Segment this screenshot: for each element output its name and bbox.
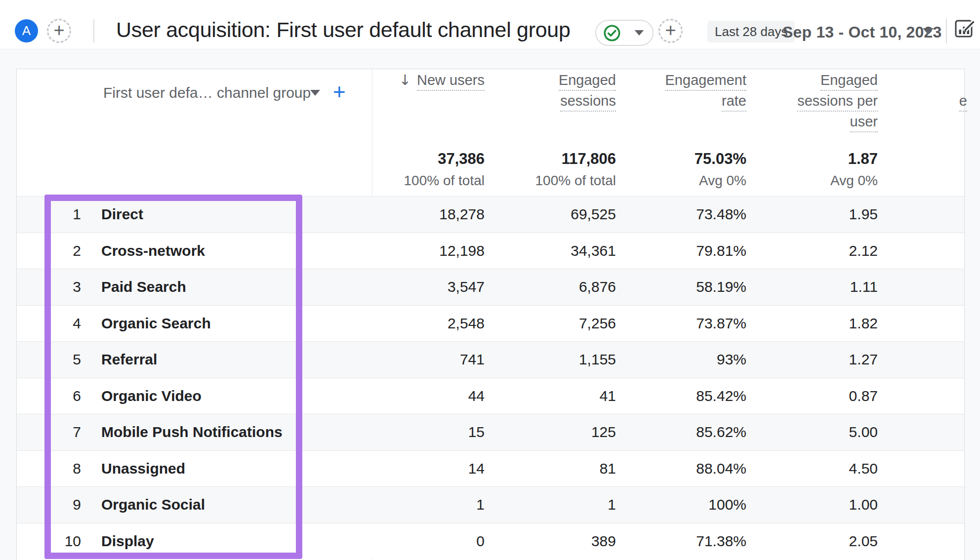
metric-value: 1 [608, 487, 616, 523]
metric-value: 0 [476, 523, 485, 560]
table-row: 6Organic Video444185.42%0.87 [17, 378, 964, 414]
date-range-badge: Last 28 days [707, 21, 795, 42]
metric-value: 81 [600, 451, 616, 487]
channel-name: Display [101, 523, 154, 560]
metric-value: 58.19% [696, 269, 746, 305]
sort-descending-icon: ↓ [399, 72, 411, 88]
channel-name: Organic Search [101, 306, 211, 342]
add-comparison-button[interactable]: + [47, 19, 71, 43]
row-index: 3 [51, 269, 81, 305]
metric-value: 7,256 [579, 306, 616, 342]
plus-icon: + [665, 21, 676, 40]
table-row: 3Paid Search3,5476,87658.19%1.11 [17, 269, 964, 305]
check-circle-icon [603, 24, 621, 42]
metric-header-label: Engaged [820, 72, 878, 91]
row-index: 9 [51, 487, 81, 523]
metric-value: 389 [591, 523, 616, 560]
row-index: 10 [51, 523, 81, 560]
avatar-letter: A [22, 23, 31, 39]
customize-report-icon[interactable] [953, 16, 976, 39]
metric-value: 34,361 [571, 233, 616, 269]
date-range-value[interactable]: Sep 13 - Oct 10, 2023 [782, 23, 942, 41]
metric-value: 0.87 [849, 378, 878, 414]
metric-value: 85.42% [696, 378, 746, 414]
metric-value: 85.62% [696, 414, 746, 450]
metric-value: 100% [708, 487, 746, 523]
metric-value: 125 [591, 414, 616, 450]
metric-header-label: Engaged [559, 72, 616, 91]
metric-value: 1.95 [849, 197, 878, 233]
metric-column-header[interactable]: ↓New users [399, 72, 485, 93]
metric-column-header[interactable]: Engagedsessions [559, 72, 616, 114]
add-metric-button[interactable]: + [333, 81, 346, 103]
metric-value: 3,547 [448, 269, 485, 305]
table-body: 1Direct18,27869,52573.48%1.952Cross-netw… [17, 196, 964, 559]
metric-value: 1.82 [849, 306, 878, 342]
chevron-down-icon [635, 30, 644, 36]
total-value: 37,386 [438, 150, 485, 168]
metric-value: 6,876 [579, 269, 616, 305]
row-index: 8 [51, 451, 81, 487]
data-quality-pill[interactable] [595, 20, 653, 46]
account-avatar[interactable]: A [15, 19, 38, 42]
metric-value: 2.05 [849, 523, 878, 560]
row-index: 5 [51, 342, 81, 378]
add-segment-button[interactable]: + [658, 19, 683, 43]
metric-column-header[interactable]: Engagedsessions peruser [797, 72, 878, 134]
total-value: 117,806 [562, 150, 616, 168]
metric-value: 2,548 [448, 306, 485, 342]
channel-name: Paid Search [101, 269, 186, 305]
metric-value: 741 [460, 342, 485, 378]
total-sub-label: 100% of total [535, 173, 616, 189]
date-chevron-down-icon[interactable] [923, 28, 934, 35]
channel-name: Direct [101, 197, 143, 233]
metric-value: 1.27 [849, 342, 878, 378]
metric-value: 73.48% [696, 197, 746, 233]
metric-header-label: sessions per [797, 93, 878, 112]
metric-value: 4.50 [849, 451, 878, 487]
metric-value: 18,278 [439, 197, 485, 233]
dimension-chevron-down-icon[interactable] [310, 90, 320, 96]
metric-value: 2.12 [849, 233, 878, 269]
metric-value: 1.11 [850, 269, 878, 305]
metric-value: 12,198 [439, 233, 485, 269]
table-row: 8Unassigned148188.04%4.50 [17, 450, 964, 487]
header-divider [93, 19, 94, 42]
table-row: 1Direct18,27869,52573.48%1.95 [17, 196, 964, 233]
metric-column-header[interactable]: Engagementrate [665, 72, 746, 114]
metric-header-label: New users [417, 72, 485, 91]
ga4-user-acquisition-report: { "header": { "avatar_letter": "A", "tit… [0, 0, 980, 560]
total-sub-label: Avg 0% [699, 173, 746, 189]
metric-value: 1,155 [579, 342, 616, 378]
metric-value: 93% [717, 342, 746, 378]
channel-name: Cross-network [101, 233, 205, 269]
app-bar: A + User acquisition: First user default… [0, 0, 980, 49]
metric-value: 79.81% [696, 233, 746, 269]
metric-value: 1 [476, 487, 485, 523]
metric-value: 71.38% [696, 523, 746, 560]
dimension-header[interactable]: First user defa… channel group [103, 83, 311, 103]
row-index: 6 [51, 378, 81, 414]
row-index: 4 [51, 306, 81, 342]
metric-value: 15 [468, 414, 485, 450]
page-title: User acquisition: First user default cha… [116, 17, 571, 42]
channel-name: Organic Video [101, 378, 202, 414]
table-row: 9Organic Social11100%1.00 [17, 486, 964, 523]
metric-value: 14 [468, 451, 485, 487]
plus-icon: + [53, 21, 64, 40]
table-row: 10Display038971.38%2.05 [17, 523, 964, 560]
truncated-column-header[interactable]: e [959, 93, 967, 112]
report-table: First user defa… channel group + ↓New us… [16, 69, 965, 560]
total-sub-label: Avg 0% [830, 173, 878, 189]
channel-name: Mobile Push Notifications [101, 414, 283, 450]
channel-name: Referral [101, 342, 157, 378]
table-row: 2Cross-network12,19834,36179.81%2.12 [17, 233, 964, 269]
header-divider [946, 19, 947, 43]
row-index: 2 [51, 233, 81, 269]
metric-value: 5.00 [849, 414, 878, 450]
total-sub-label: 100% of total [404, 173, 485, 189]
metric-value: 88.04% [696, 451, 746, 487]
metric-value: 44 [468, 378, 485, 414]
metric-header-label: user [850, 114, 878, 132]
metric-header-label: rate [722, 93, 746, 112]
